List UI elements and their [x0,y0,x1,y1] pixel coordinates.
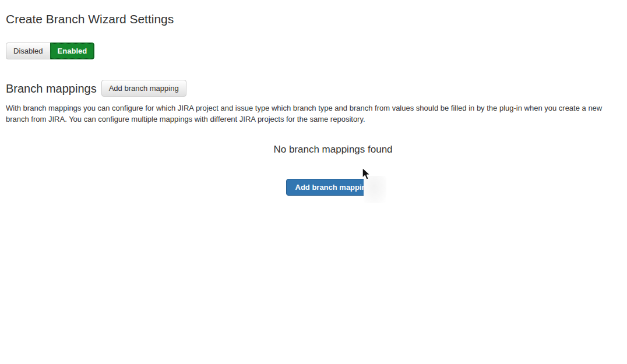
page-title: Create Branch Wizard Settings [6,12,627,27]
empty-state-message: No branch mappings found [6,143,627,156]
settings-page: Create Branch Wizard Settings Disabled E… [0,12,627,196]
toggle-disabled-button[interactable]: Disabled [6,43,51,59]
branch-mappings-header: Branch mappings Add branch mapping [6,80,627,97]
toggle-enabled-button[interactable]: Enabled [50,43,95,59]
branch-mappings-description: With branch mappings you can configure f… [6,103,613,125]
add-branch-mapping-button-top[interactable]: Add branch mapping [101,80,186,97]
empty-state: No branch mappings found Add branch mapp… [6,143,627,196]
branch-mappings-heading: Branch mappings [6,82,97,96]
enable-toggle-group: Disabled Enabled [6,43,94,59]
add-branch-mapping-button-primary[interactable]: Add branch mapping [286,179,381,196]
